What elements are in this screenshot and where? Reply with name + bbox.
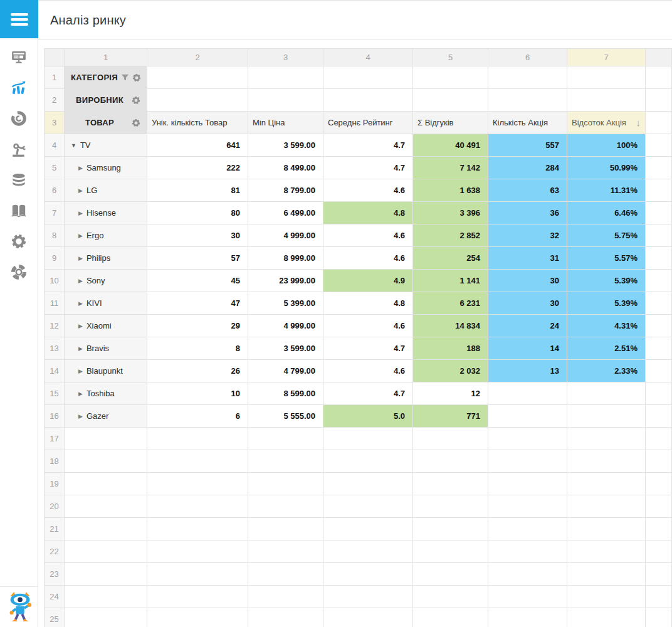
- value-cell[interactable]: 2.51%: [567, 337, 646, 360]
- empty-cell[interactable]: [646, 247, 672, 270]
- empty-cell[interactable]: [646, 586, 672, 608]
- empty-cell[interactable]: [65, 495, 147, 518]
- empty-cell[interactable]: [248, 89, 323, 112]
- empty-cell[interactable]: [65, 563, 147, 586]
- value-cell[interactable]: 1 638: [413, 179, 488, 202]
- measure-header-cell[interactable]: Кількість Акція: [488, 112, 567, 134]
- value-cell[interactable]: 26: [147, 360, 248, 382]
- row-header-14[interactable]: 14: [45, 360, 65, 382]
- sidebar-item-docs[interactable]: [11, 203, 27, 219]
- value-cell[interactable]: 4.6: [323, 179, 413, 202]
- empty-cell[interactable]: [323, 563, 413, 586]
- value-cell[interactable]: 57: [147, 247, 248, 270]
- column-header-5[interactable]: 5: [413, 49, 488, 66]
- column-header-2[interactable]: 2: [147, 49, 248, 66]
- gear-icon[interactable]: [132, 96, 140, 105]
- empty-cell[interactable]: [413, 563, 488, 586]
- gear-icon[interactable]: [132, 119, 140, 127]
- empty-cell[interactable]: [567, 450, 646, 473]
- row-header-13[interactable]: 13: [45, 337, 65, 360]
- empty-cell[interactable]: [488, 66, 567, 89]
- empty-cell[interactable]: [413, 66, 488, 89]
- value-cell[interactable]: 8 599.00: [248, 382, 323, 405]
- empty-cell[interactable]: [413, 608, 488, 627]
- empty-cell[interactable]: [248, 518, 323, 540]
- empty-cell[interactable]: [323, 518, 413, 540]
- empty-cell[interactable]: [646, 112, 672, 134]
- brand-label-cell[interactable]: ▶Bravis: [65, 337, 147, 360]
- column-header-7[interactable]: 7: [567, 49, 646, 66]
- empty-cell[interactable]: [646, 518, 672, 540]
- empty-cell[interactable]: [488, 608, 567, 627]
- corner-cell[interactable]: [45, 49, 65, 66]
- empty-cell[interactable]: [147, 586, 248, 608]
- empty-cell[interactable]: [147, 473, 248, 495]
- collapse-icon[interactable]: ▼: [71, 142, 76, 149]
- value-cell[interactable]: 13: [488, 360, 567, 382]
- value-cell[interactable]: 30: [488, 270, 567, 292]
- row-header-4[interactable]: 4: [45, 134, 65, 157]
- sidebar-item-data[interactable]: [11, 172, 27, 188]
- row-header-5[interactable]: 5: [45, 157, 65, 179]
- empty-cell[interactable]: [323, 473, 413, 495]
- sidebar-item-wheel[interactable]: [11, 110, 27, 127]
- empty-cell[interactable]: [323, 540, 413, 563]
- row-header-18[interactable]: 18: [45, 450, 65, 473]
- value-cell[interactable]: 557: [488, 134, 567, 157]
- value-cell[interactable]: 3 599.00: [248, 134, 323, 157]
- empty-cell[interactable]: [413, 450, 488, 473]
- brand-label-cell[interactable]: ▶Sony: [65, 270, 147, 292]
- empty-cell[interactable]: [646, 428, 672, 450]
- value-cell[interactable]: 23 999.00: [248, 270, 323, 292]
- sidebar-item-settings[interactable]: [11, 233, 27, 250]
- brand-label-cell[interactable]: ▶Xiaomi: [65, 315, 147, 337]
- value-cell[interactable]: 4.6: [323, 247, 413, 270]
- value-cell[interactable]: 4.9: [323, 270, 413, 292]
- empty-cell[interactable]: [646, 270, 672, 292]
- empty-cell[interactable]: [646, 224, 672, 247]
- empty-cell[interactable]: [646, 157, 672, 179]
- empty-cell[interactable]: [646, 563, 672, 586]
- value-cell[interactable]: 5.75%: [567, 224, 646, 247]
- value-cell[interactable]: 2 032: [413, 360, 488, 382]
- value-cell[interactable]: 40 491: [413, 134, 488, 157]
- empty-cell[interactable]: [567, 586, 646, 608]
- value-cell[interactable]: 3 599.00: [248, 337, 323, 360]
- empty-cell[interactable]: [147, 608, 248, 627]
- row-header-1[interactable]: 1: [45, 66, 65, 89]
- empty-cell[interactable]: [488, 450, 567, 473]
- value-cell[interactable]: 31: [488, 247, 567, 270]
- value-cell[interactable]: 4.6: [323, 315, 413, 337]
- value-cell[interactable]: 12: [413, 382, 488, 405]
- row-header-11[interactable]: 11: [45, 292, 65, 315]
- gear-icon[interactable]: [132, 73, 141, 82]
- value-cell[interactable]: 7 142: [413, 157, 488, 179]
- empty-cell[interactable]: [147, 89, 248, 112]
- brand-label-cell[interactable]: ▶KIVI: [65, 292, 147, 315]
- value-cell[interactable]: 32: [488, 224, 567, 247]
- brand-label-cell[interactable]: ▶Samsung: [65, 157, 147, 179]
- value-cell[interactable]: 8 799.00: [248, 179, 323, 202]
- empty-cell[interactable]: [488, 586, 567, 608]
- value-cell[interactable]: 8 499.00: [248, 157, 323, 179]
- empty-cell[interactable]: [488, 563, 567, 586]
- empty-cell[interactable]: [488, 495, 567, 518]
- empty-cell[interactable]: [248, 450, 323, 473]
- row-header-21[interactable]: 21: [45, 518, 65, 540]
- row-header-22[interactable]: 22: [45, 540, 65, 563]
- dimension-cell-виробник[interactable]: ВИРОБНИК: [65, 89, 147, 112]
- row-header-3[interactable]: 3: [45, 112, 65, 134]
- row-header-12[interactable]: 12: [45, 315, 65, 337]
- value-cell[interactable]: 4 999.00: [248, 315, 323, 337]
- row-header-8[interactable]: 8: [45, 224, 65, 247]
- empty-cell[interactable]: [646, 292, 672, 315]
- empty-cell[interactable]: [147, 66, 248, 89]
- expand-icon[interactable]: ▶: [78, 413, 83, 419]
- expand-icon[interactable]: ▶: [78, 278, 83, 284]
- value-cell[interactable]: 6 231: [413, 292, 488, 315]
- expand-icon[interactable]: ▶: [78, 345, 83, 352]
- value-cell[interactable]: 10: [147, 382, 248, 405]
- empty-cell[interactable]: [323, 586, 413, 608]
- dimension-cell-товар[interactable]: ТОВАР: [65, 112, 147, 134]
- empty-cell[interactable]: [646, 540, 672, 563]
